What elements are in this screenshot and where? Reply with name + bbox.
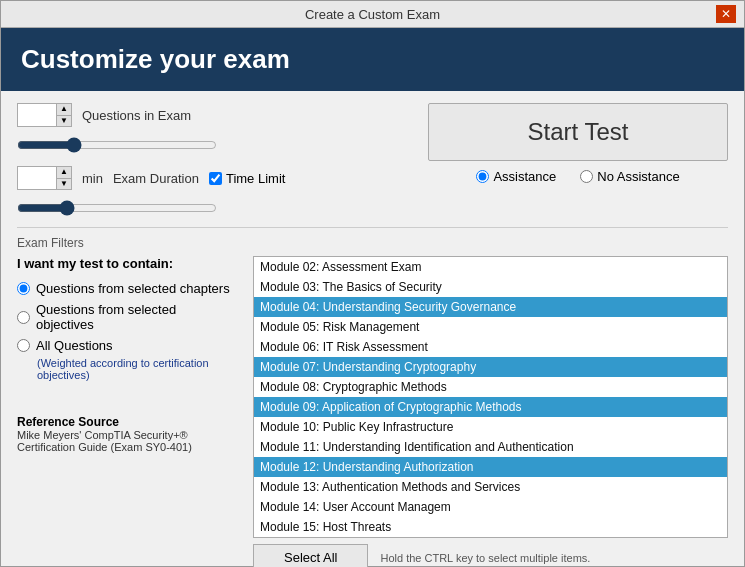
reference-text: Mike Meyers' CompTIA Security+® Certific… <box>17 429 237 453</box>
list-item[interactable]: Module 13: Authentication Methods and Se… <box>254 477 727 497</box>
questions-arrows: ▲ ▼ <box>56 104 71 126</box>
weighted-note: (Weighted according to certification obj… <box>17 357 237 381</box>
exam-filters-section: Exam Filters I want my test to contain: … <box>17 227 728 567</box>
duration-slider[interactable] <box>17 200 217 216</box>
duration-down-button[interactable]: ▼ <box>57 179 71 190</box>
list-item[interactable]: Module 08: Cryptographic Methods <box>254 377 727 397</box>
list-item[interactable]: Module 10: Public Key Infrastructure <box>254 417 727 437</box>
modules-list[interactable]: Module 02: Assessment ExamModule 03: The… <box>253 256 728 538</box>
filters-section-label: Exam Filters <box>17 236 728 250</box>
list-item[interactable]: Module 09: Application of Cryptographic … <box>254 397 727 417</box>
title-bar: Create a Custom Exam ✕ <box>1 1 744 28</box>
duration-arrows: ▲ ▼ <box>56 167 71 189</box>
list-item[interactable]: Module 05: Risk Management <box>254 317 727 337</box>
questions-slider[interactable] <box>17 137 217 153</box>
list-item[interactable]: Module 07: Understanding Cryptography <box>254 357 727 377</box>
duration-spinbox: 70 ▲ ▼ <box>17 166 72 190</box>
questions-spinbox: 134 ▲ ▼ <box>17 103 72 127</box>
list-item[interactable]: Module 02: Assessment Exam <box>254 257 727 277</box>
time-limit-label: Time Limit <box>226 171 285 186</box>
window-title: Create a Custom Exam <box>29 7 716 22</box>
assistance-label: Assistance <box>493 169 556 184</box>
questions-up-button[interactable]: ▲ <box>57 104 71 116</box>
left-controls: 134 ▲ ▼ Questions in Exam 70 <box>17 103 412 219</box>
window: Create a Custom Exam ✕ Customize your ex… <box>0 0 745 567</box>
select-all-button[interactable]: Select All <box>253 544 368 567</box>
assistance-radio[interactable] <box>476 170 489 183</box>
modules-panel: Module 02: Assessment ExamModule 03: The… <box>253 256 728 567</box>
filter-objectives-radio[interactable] <box>17 311 30 324</box>
no-assistance-radio[interactable] <box>580 170 593 183</box>
duration-unit-label: min <box>82 171 103 186</box>
list-item[interactable]: Module 15: Host Threats <box>254 517 727 537</box>
list-item[interactable]: Module 03: The Basics of Security <box>254 277 727 297</box>
start-test-button[interactable]: Start Test <box>428 103 728 161</box>
list-item[interactable]: Module 14: User Account Managem <box>254 497 727 517</box>
filter-chapters-text: Questions from selected chapters <box>36 281 230 296</box>
filter-objectives-label[interactable]: Questions from selected objectives <box>17 302 237 332</box>
list-item[interactable]: Module 11: Understanding Identification … <box>254 437 727 457</box>
assistance-radio-group: Assistance No Assistance <box>476 169 679 184</box>
filter-title: I want my test to contain: <box>17 256 237 271</box>
filter-all-label[interactable]: All Questions <box>17 338 237 353</box>
no-assistance-label: No Assistance <box>597 169 679 184</box>
time-limit-checkbox-label[interactable]: Time Limit <box>209 171 285 186</box>
filters-inner: I want my test to contain: Questions fro… <box>17 256 728 567</box>
right-panel: Start Test Assistance No Assistance <box>428 103 728 219</box>
questions-input[interactable]: 134 <box>18 104 56 126</box>
ctrl-note: Hold the CTRL key to select multiple ite… <box>380 552 590 564</box>
filter-options: I want my test to contain: Questions fro… <box>17 256 237 567</box>
filter-all-radio[interactable] <box>17 339 30 352</box>
close-button[interactable]: ✕ <box>716 5 736 23</box>
main-content: 134 ▲ ▼ Questions in Exam 70 <box>1 91 744 567</box>
reference-section: Reference Source Mike Meyers' CompTIA Se… <box>17 407 237 453</box>
modules-footer: Select All Hold the CTRL key to select m… <box>253 544 728 567</box>
filter-objectives-text: Questions from selected objectives <box>36 302 237 332</box>
filter-chapters-label[interactable]: Questions from selected chapters <box>17 281 237 296</box>
questions-slider-container <box>17 137 217 156</box>
duration-up-button[interactable]: ▲ <box>57 167 71 179</box>
time-limit-checkbox[interactable] <box>209 172 222 185</box>
assistance-radio-label[interactable]: Assistance <box>476 169 556 184</box>
top-section: 134 ▲ ▼ Questions in Exam 70 <box>17 103 728 219</box>
questions-label: Questions in Exam <box>82 108 191 123</box>
header: Customize your exam <box>1 28 744 91</box>
list-item[interactable]: Module 06: IT Risk Assessment <box>254 337 727 357</box>
duration-label: Exam Duration <box>113 171 199 186</box>
duration-slider-container <box>17 200 217 219</box>
no-assistance-radio-label[interactable]: No Assistance <box>580 169 679 184</box>
page-title: Customize your exam <box>21 44 724 75</box>
list-item[interactable]: Module 04: Understanding Security Govern… <box>254 297 727 317</box>
questions-row: 134 ▲ ▼ Questions in Exam <box>17 103 412 127</box>
list-item[interactable]: Module 12: Understanding Authorization <box>254 457 727 477</box>
questions-down-button[interactable]: ▼ <box>57 116 71 127</box>
duration-row: 70 ▲ ▼ min Exam Duration Time Limit <box>17 166 412 190</box>
filter-chapters-radio[interactable] <box>17 282 30 295</box>
duration-input[interactable]: 70 <box>18 167 56 189</box>
filter-all-text: All Questions <box>36 338 113 353</box>
reference-title: Reference Source <box>17 415 237 429</box>
